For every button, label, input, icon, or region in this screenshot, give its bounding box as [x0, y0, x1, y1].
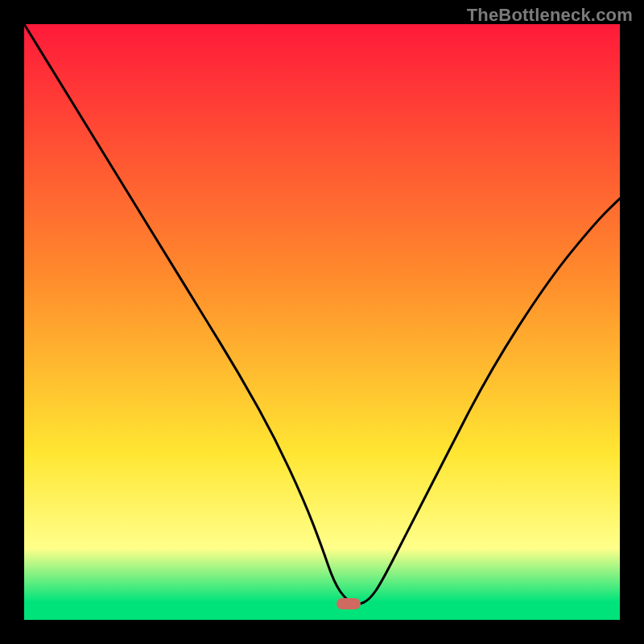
minimum-marker	[336, 598, 361, 609]
plot-area	[24, 24, 620, 620]
svg-rect-0	[24, 24, 620, 620]
chart-frame: TheBottleneck.com	[0, 0, 644, 644]
background-gradient	[24, 24, 620, 620]
watermark-text: TheBottleneck.com	[467, 5, 633, 26]
